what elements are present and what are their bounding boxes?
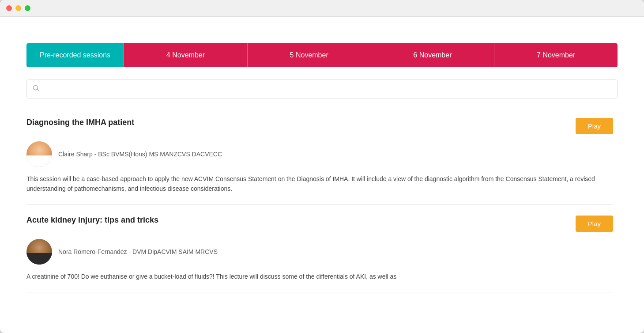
- main-window: Pre-recorded sessions 4 November 5 Novem…: [0, 0, 644, 333]
- avatar: [26, 141, 52, 167]
- search-wrapper: [26, 79, 618, 98]
- tab-5nov[interactable]: 5 November: [248, 43, 371, 67]
- session-item: Acute kidney injury: tips and tricks Pla…: [26, 205, 613, 292]
- session-item: Diagnosing the IMHA patient Play Claire …: [26, 107, 613, 205]
- play-button[interactable]: Play: [576, 118, 613, 134]
- titlebar: [0, 0, 644, 17]
- minimize-button[interactable]: [15, 5, 21, 11]
- search-icon: [33, 85, 40, 94]
- tab-bar: Pre-recorded sessions 4 November 5 Novem…: [26, 43, 618, 67]
- tab-4nov[interactable]: 4 November: [124, 43, 248, 67]
- avatar: [26, 239, 52, 265]
- session-description: This session will be a case-based approa…: [26, 174, 613, 194]
- session-title: Diagnosing the IMHA patient: [26, 118, 134, 127]
- search-input[interactable]: [26, 79, 618, 98]
- session-description: A creatinine of 700! Do we euthanise or …: [26, 272, 613, 281]
- session-title: Acute kidney injury: tips and tricks: [26, 216, 158, 225]
- close-button[interactable]: [6, 5, 12, 11]
- sessions-list: Diagnosing the IMHA patient Play Claire …: [26, 107, 618, 333]
- play-button[interactable]: Play: [576, 216, 613, 232]
- maximize-button[interactable]: [25, 5, 30, 11]
- session-header: Diagnosing the IMHA patient Play: [26, 118, 613, 134]
- content-area: Pre-recorded sessions 4 November 5 Novem…: [0, 17, 644, 333]
- tab-prerecorded[interactable]: Pre-recorded sessions: [26, 43, 124, 67]
- svg-line-1: [38, 89, 39, 91]
- tab-6nov[interactable]: 6 November: [371, 43, 495, 67]
- speaker-row: Nora Romero-Fernandez - DVM DipACVIM SAI…: [26, 239, 613, 265]
- tab-7nov[interactable]: 7 November: [494, 43, 618, 67]
- speaker-name: Nora Romero-Fernandez - DVM DipACVIM SAI…: [58, 248, 218, 255]
- session-header: Acute kidney injury: tips and tricks Pla…: [26, 216, 613, 232]
- speaker-name: Claire Sharp - BSc BVMS(Hons) MS MANZCVS…: [58, 151, 222, 158]
- speaker-row: Claire Sharp - BSc BVMS(Hons) MS MANZCVS…: [26, 141, 613, 167]
